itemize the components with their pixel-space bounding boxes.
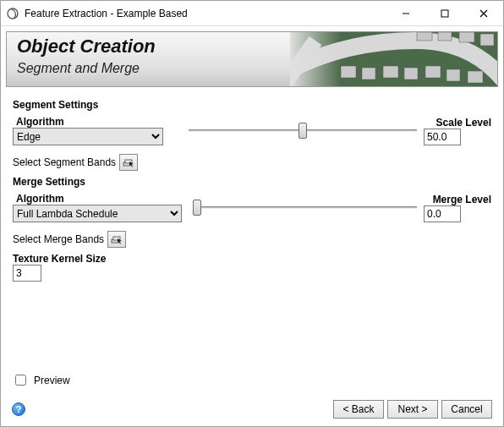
svg-rect-16 — [480, 34, 494, 46]
minimize-button[interactable] — [386, 1, 425, 26]
merge-level-input[interactable] — [424, 205, 461, 222]
merge-level-thumb[interactable] — [193, 200, 201, 216]
maximize-button[interactable] — [425, 1, 464, 26]
help-button[interactable]: ? — [12, 402, 25, 416]
scale-level-input[interactable] — [424, 129, 461, 145]
footer: Preview ? < Back Next > Cancel — [0, 372, 504, 427]
texture-kernel-size-label: Texture Kernel Size — [13, 253, 491, 265]
merge-algorithm-select[interactable]: Full Lambda Schedule — [13, 205, 182, 222]
banner-subtitle: Segment and Merge — [17, 61, 140, 76]
select-merge-bands-button[interactable] — [107, 231, 126, 248]
titlebar: Feature Extraction - Example Based — [1, 1, 503, 26]
svg-rect-13 — [417, 32, 432, 41]
svg-rect-17 — [290, 32, 341, 87]
preview-checkbox[interactable] — [15, 375, 26, 386]
cancel-button[interactable]: Cancel — [441, 400, 492, 419]
select-segment-bands-button[interactable] — [119, 154, 138, 171]
segment-algorithm-select[interactable]: Edge — [13, 128, 163, 145]
merge-settings-title: Merge Settings — [13, 176, 491, 188]
svg-rect-7 — [362, 68, 375, 79]
svg-rect-6 — [341, 66, 356, 78]
svg-rect-2 — [441, 10, 448, 17]
back-button[interactable]: < Back — [333, 400, 384, 419]
help-icon: ? — [16, 404, 22, 414]
texture-kernel-size-input[interactable] — [13, 265, 41, 282]
content-area: Segment Settings Algorithm Edge Scale Le… — [1, 87, 503, 282]
segment-settings-title: Segment Settings — [13, 99, 491, 111]
app-icon — [6, 7, 19, 20]
segment-algorithm-label: Algorithm — [13, 116, 182, 128]
preview-label: Preview — [34, 375, 70, 386]
next-button[interactable]: Next > — [387, 400, 438, 419]
select-merge-bands-label: Select Merge Bands — [13, 233, 104, 245]
svg-rect-9 — [404, 68, 418, 79]
svg-rect-11 — [446, 69, 460, 81]
scale-level-slider[interactable] — [189, 122, 417, 140]
layers-cursor-icon — [123, 157, 134, 167]
scale-level-thumb[interactable] — [299, 123, 307, 139]
svg-rect-15 — [459, 32, 474, 42]
scale-level-label: Scale Level — [424, 117, 491, 129]
merge-level-label: Merge Level — [424, 194, 491, 205]
select-segment-bands-label: Select Segment Bands — [13, 156, 116, 168]
svg-rect-8 — [383, 66, 398, 78]
svg-rect-10 — [425, 66, 441, 78]
merge-algorithm-label: Algorithm — [13, 193, 190, 205]
svg-rect-12 — [468, 71, 483, 83]
banner-illustration — [290, 32, 497, 87]
merge-level-slider[interactable] — [197, 199, 417, 216]
layers-cursor-icon — [111, 234, 123, 244]
banner: Object Creation Segment and Merge — [6, 31, 498, 87]
banner-title: Object Creation — [17, 36, 156, 57]
window-title: Feature Extraction - Example Based — [25, 8, 188, 19]
close-button[interactable] — [464, 1, 503, 26]
svg-rect-14 — [438, 32, 452, 41]
